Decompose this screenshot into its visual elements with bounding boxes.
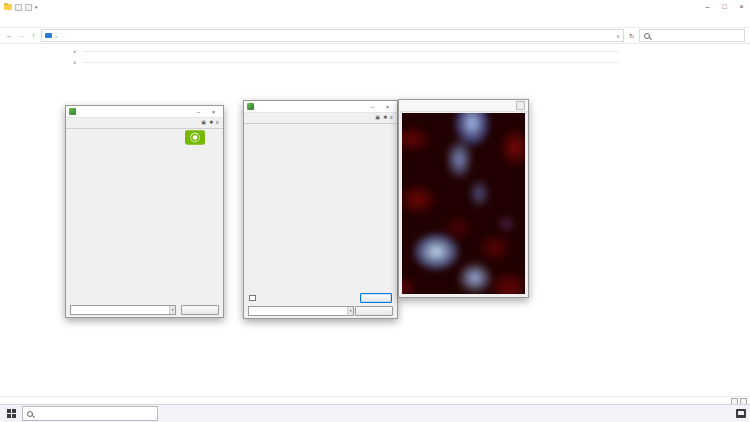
taskbar	[0, 404, 750, 422]
explorer-title-bar: ▾	[0, 0, 750, 14]
maximize-button[interactable]	[716, 0, 733, 14]
nvidia-eye-icon	[185, 130, 205, 145]
render-test-window	[398, 99, 529, 298]
sensor-list	[244, 124, 397, 126]
action-center-icon[interactable]	[736, 409, 746, 418]
render-test-pattern	[402, 113, 525, 294]
search-icon	[644, 33, 650, 39]
refresh-icon[interactable]	[627, 32, 636, 39]
gpuz-close-button[interactable]	[355, 306, 393, 316]
address-bar[interactable]: ›	[41, 29, 624, 42]
system-tray	[726, 409, 750, 418]
pc-icon	[45, 33, 52, 38]
screenshot-camera-icon[interactable]	[201, 119, 206, 125]
gpuz-tab-bar	[66, 118, 223, 129]
close-button[interactable]	[733, 0, 750, 14]
minimize-button[interactable]	[366, 104, 379, 110]
minimize-button[interactable]	[192, 109, 205, 115]
navigation-pane	[0, 44, 64, 396]
quick-access-toolbar-icon[interactable]	[25, 4, 32, 11]
divider	[82, 51, 620, 52]
address-bar-row: ›	[0, 28, 750, 44]
collapse-chevron-icon[interactable]	[73, 60, 76, 65]
menu-icon[interactable]	[216, 119, 219, 125]
gpu-select-dropdown[interactable]	[248, 306, 354, 316]
reset-button[interactable]	[360, 293, 392, 303]
log-to-file-checkbox[interactable]	[249, 295, 258, 302]
gpuz-close-button[interactable]	[181, 305, 219, 315]
back-icon[interactable]	[5, 32, 14, 39]
group-header-devices[interactable]	[73, 60, 750, 65]
gpu-select-dropdown[interactable]	[70, 305, 176, 315]
explorer-app-icon	[4, 4, 12, 10]
group-header-folders[interactable]	[73, 49, 750, 54]
settings-gear-icon[interactable]	[383, 114, 387, 120]
explorer-search-input[interactable]	[639, 29, 745, 42]
nvidia-logo	[172, 130, 218, 145]
gpuz-app-icon	[247, 103, 254, 110]
checkbox-icon[interactable]	[249, 295, 256, 302]
gpuz-sensors-window	[243, 100, 398, 319]
close-button[interactable]	[207, 109, 220, 115]
windows-logo-icon	[7, 409, 16, 418]
close-button[interactable]	[381, 104, 394, 110]
chevron-down-icon[interactable]	[347, 307, 353, 315]
quick-access-toolbar-icon[interactable]	[15, 4, 22, 11]
breadcrumb-chevron: ›	[55, 33, 57, 39]
up-icon[interactable]	[29, 32, 38, 39]
minimize-button[interactable]	[699, 0, 716, 14]
render-test-canvas	[402, 113, 525, 294]
render-test-title-bar	[399, 100, 528, 112]
address-dropdown-icon[interactable]	[616, 33, 620, 39]
start-button[interactable]	[0, 405, 22, 422]
screenshot-camera-icon[interactable]	[375, 114, 380, 120]
gpuz-title-bar	[244, 101, 397, 113]
collapse-chevron-icon[interactable]	[73, 49, 76, 54]
quick-access-dropdown-icon[interactable]: ▾	[35, 4, 38, 10]
divider	[82, 62, 620, 63]
settings-gear-icon[interactable]	[209, 119, 213, 125]
gpuz-graphics-card-window	[65, 105, 224, 318]
taskbar-search-input[interactable]	[22, 406, 158, 421]
gpuz-app-icon	[69, 108, 76, 115]
desktop: ▾ ›	[0, 0, 750, 422]
window-button[interactable]	[516, 101, 525, 110]
forward-icon[interactable]	[17, 32, 26, 39]
gpuz-title-bar	[66, 106, 223, 118]
ribbon-tabs	[0, 14, 750, 28]
chevron-down-icon[interactable]	[169, 306, 175, 314]
menu-icon[interactable]	[390, 114, 393, 120]
gpuz-tab-bar	[244, 113, 397, 124]
search-icon	[27, 411, 33, 417]
